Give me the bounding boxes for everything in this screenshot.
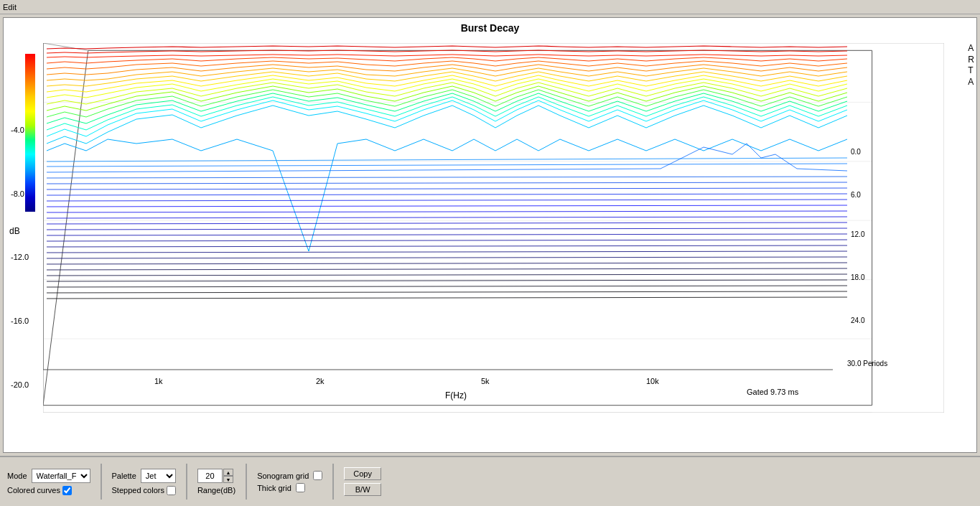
copy-button[interactable]: Copy (344, 467, 381, 480)
palette-row: Palette Jet Hot Cool HSV (112, 469, 176, 483)
svg-text:10k: 10k (646, 377, 659, 385)
sonogram-grid-label: Sonogram grid (257, 472, 309, 480)
grid-group: Sonogram grid Thick grid (257, 471, 322, 492)
svg-text:Gated 9.73 ms: Gated 9.73 ms (747, 388, 799, 396)
mode-select[interactable]: Waterfall_F Waterfall_T Sonogram (32, 469, 90, 483)
thick-grid-label: Thick grid (257, 484, 291, 492)
spinner-up-button[interactable]: ▲ (223, 469, 233, 476)
mode-label: Mode (7, 472, 27, 480)
y-axis-labels: -4.0 -8.0 -12.0 -16.0 -20.0 (11, 43, 29, 416)
mode-row: Mode Waterfall_F Waterfall_T Sonogram (7, 469, 90, 483)
range-db-row: Range(dB) (197, 486, 235, 495)
sonogram-grid-checkbox[interactable] (313, 471, 322, 480)
svg-text:2k: 2k (316, 377, 325, 385)
spinner-buttons: ▲ ▼ (223, 469, 233, 483)
svg-text:F(Hz): F(Hz) (445, 390, 467, 400)
arta-label: ARTA (968, 43, 975, 88)
main-content: Burst Decay ARTA dB -4.0 -8.0 -12.0 -16.… (0, 14, 980, 506)
stepped-colors-row: Stepped colors (112, 486, 176, 495)
colored-curves-label: Colored curves (7, 486, 60, 495)
stepped-colors-label: Stepped colors (112, 486, 164, 495)
y-label-2: -8.0 (11, 189, 29, 198)
palette-group: Palette Jet Hot Cool HSV Stepped colors (112, 469, 176, 495)
title-bar: Edit (0, 0, 980, 14)
spinner-row: 20 ▲ ▼ (197, 469, 235, 483)
svg-text:24.0: 24.0 (851, 317, 865, 324)
separator-1 (101, 464, 102, 500)
range-db-label: Range(dB) (197, 486, 235, 495)
spinner-down-button[interactable]: ▼ (223, 476, 233, 483)
stepped-colors-group: Stepped colors (112, 486, 176, 495)
y-label-3: -12.0 (11, 253, 29, 261)
svg-text:30.0 Periods: 30.0 Periods (847, 360, 887, 367)
svg-text:1k: 1k (154, 377, 163, 385)
value-spinner: 20 ▲ ▼ (197, 469, 233, 483)
sonogram-grid-row: Sonogram grid (257, 471, 322, 480)
svg-text:6.0: 6.0 (851, 191, 861, 199)
mode-group: Mode Waterfall_F Waterfall_T Sonogram Co… (7, 469, 90, 495)
stepped-colors-checkbox[interactable] (167, 486, 176, 495)
palette-label: Palette (112, 472, 136, 480)
buttons-group: Copy B/W (344, 467, 381, 496)
colored-curves-group: Colored curves (7, 486, 72, 495)
svg-text:0.0: 0.0 (851, 148, 861, 156)
separator-3 (246, 464, 247, 500)
palette-select[interactable]: Jet Hot Cool HSV (141, 469, 176, 483)
colored-curves-row: Colored curves (7, 486, 90, 495)
svg-text:5k: 5k (481, 377, 490, 385)
chart-area: Burst Decay ARTA dB -4.0 -8.0 -12.0 -16.… (3, 17, 977, 453)
y-label-1: -4.0 (11, 126, 29, 134)
y-label-4: -16.0 (11, 317, 29, 325)
separator-2 (186, 464, 187, 500)
colored-curves-checkbox[interactable] (62, 486, 72, 495)
waterfall-chart: 0.0 6.0 12.0 18.0 24.0 30.0 Periods 1k 2… (43, 43, 944, 413)
spinner-input[interactable]: 20 (197, 469, 223, 483)
bottom-toolbar: Mode Waterfall_F Waterfall_T Sonogram Co… (0, 456, 980, 506)
bw-button[interactable]: B/W (344, 483, 381, 496)
spinner-group: 20 ▲ ▼ Range(dB) (197, 469, 235, 495)
svg-text:12.0: 12.0 (851, 230, 865, 238)
title-text: Edit (3, 3, 17, 11)
thick-grid-checkbox[interactable] (296, 483, 305, 492)
chart-title: Burst Decay (4, 18, 976, 34)
separator-4 (332, 464, 334, 500)
thick-grid-row: Thick grid (257, 483, 322, 492)
y-label-5: -20.0 (11, 380, 29, 389)
svg-text:18.0: 18.0 (851, 273, 865, 281)
